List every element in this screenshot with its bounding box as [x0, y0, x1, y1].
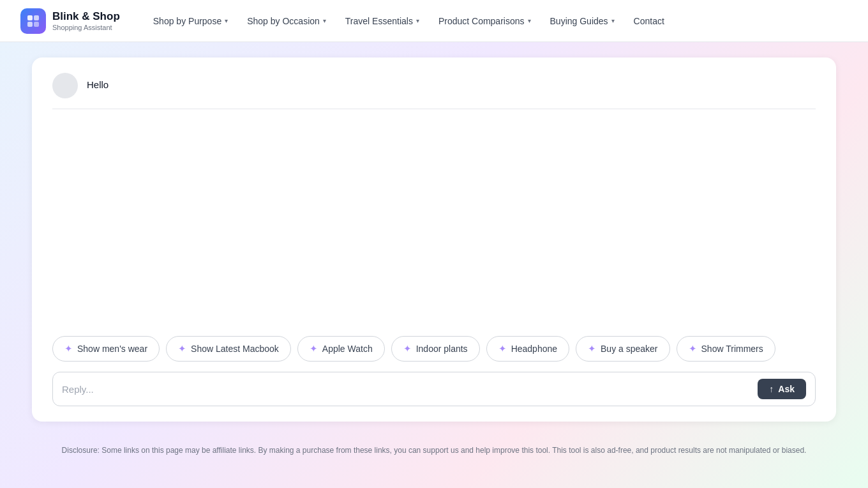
suggestion-label: Show Trimmers	[701, 344, 763, 354]
sparkle-icon: ✦	[689, 343, 697, 355]
nav-product-comparisons[interactable]: Product Comparisons ▾	[431, 11, 539, 31]
nav-shop-purpose[interactable]: Shop by Purpose ▾	[146, 11, 236, 31]
chevron-down-icon: ▾	[225, 17, 228, 24]
suggestion-show-mens-wear[interactable]: ✦ Show men's wear	[52, 336, 160, 362]
suggestion-label: Indoor plants	[416, 344, 468, 354]
suggestion-label: Headphone	[511, 344, 557, 354]
sparkle-icon: ✦	[64, 343, 73, 355]
brand-logo-icon	[20, 8, 46, 34]
chevron-down-icon: ▾	[528, 17, 531, 24]
nav-travel-essentials[interactable]: Travel Essentials ▾	[338, 11, 427, 31]
svg-rect-0	[27, 15, 33, 20]
brand-title: Blink & Shop	[52, 10, 120, 23]
suggestion-label: Buy a speaker	[601, 344, 658, 354]
sparkle-icon: ✦	[403, 343, 412, 355]
chevron-down-icon: ▾	[611, 17, 615, 24]
suggestion-apple-watch[interactable]: ✦ Apple Watch	[297, 336, 385, 362]
nav-contact[interactable]: Contact	[626, 11, 672, 31]
suggestion-buy-speaker[interactable]: ✦ Buy a speaker	[576, 336, 670, 362]
nav-shop-purpose-label: Shop by Purpose	[153, 16, 221, 26]
svg-rect-3	[34, 22, 39, 27]
chevron-down-icon: ▾	[416, 17, 419, 24]
sparkle-icon: ✦	[588, 343, 596, 355]
nav-links: Shop by Purpose ▾ Shop by Occasion ▾ Tra…	[146, 11, 848, 31]
suggestion-show-trimmers[interactable]: ✦ Show Trimmers	[677, 336, 775, 362]
nav-shop-occasion-label: Shop by Occasion	[247, 16, 320, 26]
brand-logo-link[interactable]: Blink & Shop Shopping Assistant	[20, 8, 120, 34]
message-divider	[52, 109, 816, 109]
suggestion-headphone[interactable]: ✦ Headphone	[486, 336, 569, 362]
reply-input[interactable]	[62, 384, 758, 395]
sparkle-icon: ✦	[498, 343, 507, 355]
svg-rect-1	[34, 15, 39, 20]
ask-button[interactable]: ↑ Ask	[758, 379, 806, 399]
chat-spacer	[52, 119, 816, 336]
navbar: Blink & Shop Shopping Assistant Shop by …	[0, 0, 868, 42]
ask-button-label: Ask	[778, 384, 795, 394]
chat-container: Hello ✦ Show men's wear ✦ Show Latest Ma…	[32, 57, 836, 422]
greeting-message-row: Hello	[52, 73, 816, 98]
nav-travel-essentials-label: Travel Essentials	[345, 16, 413, 26]
sparkle-icon: ✦	[310, 343, 318, 355]
nav-shop-occasion[interactable]: Shop by Occasion ▾	[239, 11, 334, 31]
suggestion-show-latest-macbook[interactable]: ✦ Show Latest Macbook	[166, 336, 291, 362]
page-wrap: Hello ✦ Show men's wear ✦ Show Latest Ma…	[0, 42, 868, 432]
suggestion-label: Show Latest Macbook	[191, 344, 279, 354]
disclosure-text: Disclosure: Some links on this page may …	[20, 445, 848, 457]
avatar	[52, 73, 78, 98]
suggestion-label: Show men's wear	[77, 344, 147, 354]
suggestion-indoor-plants[interactable]: ✦ Indoor plants	[391, 336, 480, 362]
reply-row: ↑ Ask	[52, 372, 816, 406]
suggestions-row: ✦ Show men's wear ✦ Show Latest Macbook …	[52, 336, 816, 362]
sparkle-icon: ✦	[178, 343, 186, 355]
chevron-down-icon: ▾	[323, 17, 326, 24]
greeting-text: Hello	[87, 73, 108, 90]
suggestion-label: Apple Watch	[322, 344, 373, 354]
footer: Disclosure: Some links on this page may …	[0, 432, 868, 464]
ask-arrow-icon: ↑	[769, 384, 774, 394]
nav-buying-guides-label: Buying Guides	[550, 16, 608, 26]
brand-text: Blink & Shop Shopping Assistant	[52, 10, 120, 31]
nav-product-comparisons-label: Product Comparisons	[438, 16, 525, 26]
brand-subtitle: Shopping Assistant	[52, 24, 120, 31]
svg-rect-2	[27, 22, 33, 27]
nav-buying-guides[interactable]: Buying Guides ▾	[542, 11, 622, 31]
